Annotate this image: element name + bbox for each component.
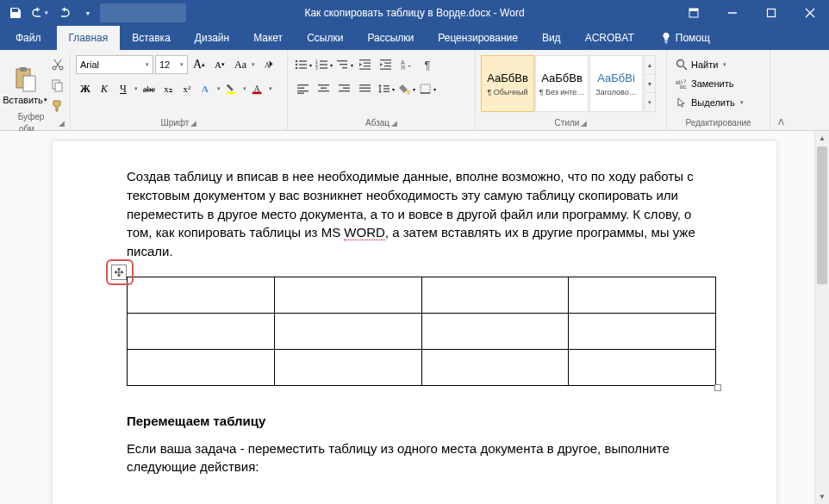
account-info[interactable] <box>100 3 186 22</box>
scroll-down-button[interactable]: ▼ <box>815 489 829 504</box>
find-button[interactable]: Найти▾ <box>672 55 730 74</box>
bold-button[interactable]: Ж <box>76 79 95 98</box>
multilevel-button[interactable]: ▾ <box>334 55 355 74</box>
table-cell[interactable] <box>274 313 421 349</box>
tab-layout[interactable]: Макет <box>241 26 295 50</box>
table-cell[interactable] <box>128 277 275 313</box>
cut-button[interactable] <box>48 55 67 74</box>
font-launcher[interactable]: ◢ <box>190 117 196 129</box>
underline-button[interactable]: Ч <box>114 79 133 98</box>
increase-indent-button[interactable] <box>376 55 396 74</box>
table-cell[interactable] <box>569 277 716 313</box>
table-move-handle[interactable] <box>111 264 127 280</box>
document-table[interactable] <box>127 277 716 386</box>
justify-button[interactable] <box>355 79 376 98</box>
table-row[interactable] <box>128 349 716 385</box>
show-marks-button[interactable]: ¶ <box>417 55 438 74</box>
scroll-up-button[interactable]: ▲ <box>815 131 829 146</box>
table-cell[interactable] <box>421 277 569 313</box>
text-effects-icon: A <box>200 83 212 95</box>
styles-scroll-up[interactable]: ▲ <box>645 56 655 75</box>
clipboard-launcher[interactable]: ◢ <box>59 117 65 129</box>
superscript-button[interactable]: x² <box>178 79 196 98</box>
table-row[interactable] <box>128 277 716 313</box>
table-cell[interactable] <box>421 349 569 385</box>
replace-button[interactable]: abac Заменить <box>672 74 737 93</box>
table-cell[interactable] <box>569 313 716 349</box>
tab-view[interactable]: Вид <box>530 26 573 50</box>
qat-customize-button[interactable]: ▾ <box>76 1 100 25</box>
borders-button[interactable]: ▾ <box>417 79 438 98</box>
shrink-font-button[interactable]: A▾ <box>210 55 229 74</box>
style-heading1[interactable]: АаБбВі Заголово… <box>589 55 643 112</box>
scroll-thumb[interactable] <box>817 146 827 284</box>
svg-rect-36 <box>359 69 371 70</box>
paragraph-2[interactable]: Если ваша задача - переместить таблицу и… <box>127 439 716 477</box>
font-name-combo[interactable]: Arial▾ <box>76 55 153 74</box>
maximize-button[interactable] <box>751 0 790 26</box>
table-cell[interactable] <box>128 349 275 385</box>
select-button[interactable]: Выделить▾ <box>672 93 747 112</box>
tab-file[interactable]: Файл <box>0 26 57 50</box>
tab-review[interactable]: Рецензирование <box>426 26 530 50</box>
style-no-spacing[interactable]: АаБбВв ¶ Без инте… <box>535 55 589 112</box>
group-paragraph-label: Абзац <box>365 117 390 129</box>
paragraph-1[interactable]: Создав таблицу и вписав в нее необходимы… <box>127 167 716 261</box>
undo-button[interactable]: ▾ <box>28 1 52 25</box>
save-button[interactable] <box>3 1 28 25</box>
paste-button[interactable]: Вставить▾ <box>5 55 45 115</box>
tab-acrobat[interactable]: ACROBAT <box>573 26 646 50</box>
change-case-button[interactable]: Aa <box>231 55 250 74</box>
subscript-button[interactable]: x₂ <box>159 79 178 98</box>
styles-scroll-down[interactable]: ▼ <box>645 75 655 94</box>
italic-button[interactable]: К <box>95 79 114 98</box>
decrease-indent-button[interactable] <box>355 55 376 74</box>
clear-formatting-button[interactable]: A <box>259 55 277 74</box>
font-color-button[interactable]: A <box>248 79 267 98</box>
text-effects-button[interactable]: A <box>196 79 215 98</box>
grow-font-button[interactable]: A▴ <box>190 55 209 74</box>
style-normal[interactable]: АаБбВв ¶ Обычный <box>481 55 534 112</box>
document-page[interactable]: Создав таблицу и вписав в нее необходимы… <box>53 141 776 504</box>
ribbon-options-button[interactable] <box>674 0 713 26</box>
tab-mailings[interactable]: Рассылки <box>355 26 426 50</box>
tab-insert[interactable]: Вставка <box>120 26 183 50</box>
bullets-button[interactable]: ▾ <box>293 55 314 74</box>
tell-me-search[interactable]: Помощ <box>646 26 710 50</box>
title-bar: ▾ ▾ Как скопировать таблицу в Ворде.docx… <box>0 0 829 26</box>
align-right-button[interactable] <box>334 79 355 98</box>
tab-design[interactable]: Дизайн <box>183 26 241 50</box>
ribbon-collapse-button[interactable]: ᐱ <box>770 50 791 130</box>
align-center-button[interactable] <box>314 79 334 98</box>
copy-button[interactable] <box>48 76 67 95</box>
table-cell[interactable] <box>274 349 421 385</box>
tab-home[interactable]: Главная <box>57 26 121 50</box>
strikethrough-button[interactable]: abc <box>140 79 159 98</box>
minimize-button[interactable] <box>713 0 751 26</box>
shading-button[interactable]: ▾ <box>396 79 417 98</box>
svg-rect-56 <box>379 85 380 92</box>
table-resize-handle[interactable] <box>714 384 721 391</box>
styles-expand[interactable]: ▾ <box>645 93 655 111</box>
font-size-combo[interactable]: 12▾ <box>155 55 188 74</box>
table-cell[interactable] <box>274 277 421 313</box>
line-spacing-button[interactable]: ▾ <box>376 79 396 98</box>
numbering-button[interactable]: 123▾ <box>314 55 334 74</box>
line-spacing-icon <box>377 83 391 95</box>
svg-point-19 <box>296 64 298 66</box>
svg-rect-55 <box>359 90 371 91</box>
heading-2[interactable]: Перемещаем таблицу <box>127 412 716 431</box>
table-row[interactable] <box>128 313 716 349</box>
table-cell[interactable] <box>569 349 716 385</box>
tab-references[interactable]: Ссылки <box>295 26 355 50</box>
table-cell[interactable] <box>128 313 275 349</box>
redo-button[interactable] <box>52 1 76 25</box>
align-left-button[interactable] <box>293 79 314 98</box>
highlight-button[interactable] <box>222 79 241 98</box>
close-button[interactable] <box>790 0 829 26</box>
styles-launcher[interactable]: ◢ <box>581 117 587 129</box>
paragraph-launcher[interactable]: ◢ <box>391 117 397 129</box>
misspell-word[interactable]: WORD <box>344 225 385 240</box>
table-cell[interactable] <box>421 313 569 349</box>
sort-button[interactable]: AЯ <box>396 55 417 74</box>
